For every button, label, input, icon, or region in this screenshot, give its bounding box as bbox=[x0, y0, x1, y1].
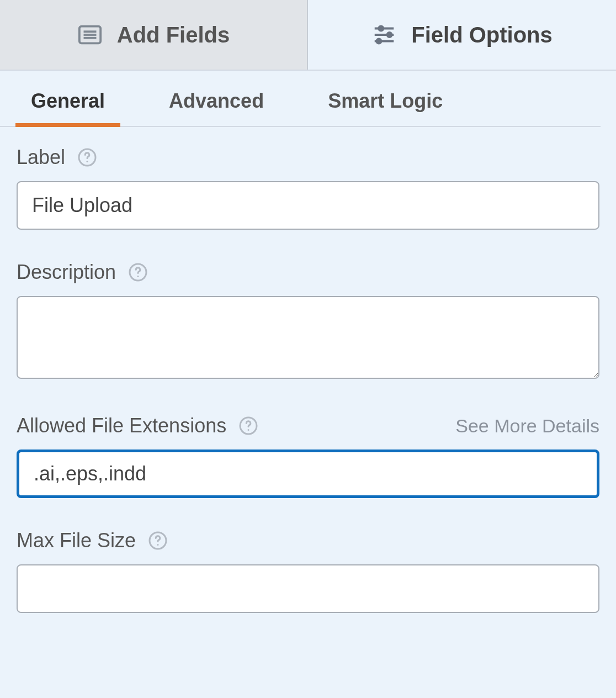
allowed-extensions-input[interactable] bbox=[17, 450, 599, 498]
sub-tabs: General Advanced Smart Logic bbox=[0, 71, 601, 127]
tab-field-options-label: Field Options bbox=[411, 23, 553, 47]
sliders-icon bbox=[371, 22, 397, 47]
tab-add-fields[interactable]: Add Fields bbox=[0, 0, 308, 70]
allowed-ext-title: Allowed File Extensions bbox=[17, 414, 226, 437]
description-textarea[interactable] bbox=[17, 296, 599, 379]
field-allowed-ext-row: Allowed File Extensions See More Details bbox=[17, 414, 599, 498]
help-icon[interactable] bbox=[77, 147, 97, 167]
tab-field-options[interactable]: Field Options bbox=[308, 0, 616, 70]
tab-add-fields-label: Add Fields bbox=[117, 23, 230, 47]
label-input[interactable] bbox=[17, 181, 599, 230]
list-icon bbox=[77, 22, 103, 47]
svg-point-17 bbox=[157, 544, 159, 546]
content-area: Label Description Allowed File Extension… bbox=[0, 127, 616, 613]
subtab-general[interactable]: General bbox=[15, 71, 120, 126]
help-icon[interactable] bbox=[128, 262, 148, 282]
panel-tabs: Add Fields Field Options bbox=[0, 0, 616, 71]
description-title: Description bbox=[17, 261, 116, 284]
svg-point-5 bbox=[379, 27, 384, 31]
svg-point-11 bbox=[87, 161, 88, 162]
subtab-advanced[interactable]: Advanced bbox=[153, 71, 279, 126]
field-max-size-row: Max File Size bbox=[17, 529, 599, 613]
subtab-smart-logic[interactable]: Smart Logic bbox=[312, 71, 458, 126]
max-file-size-input[interactable] bbox=[17, 564, 599, 613]
see-more-details-link[interactable]: See More Details bbox=[455, 415, 599, 437]
field-description-row: Description bbox=[17, 261, 599, 383]
svg-point-15 bbox=[248, 429, 249, 431]
field-label-row: Label bbox=[17, 146, 599, 230]
label-title: Label bbox=[17, 146, 65, 169]
svg-point-9 bbox=[377, 39, 381, 44]
max-file-size-title: Max File Size bbox=[17, 529, 136, 552]
help-icon[interactable] bbox=[148, 531, 168, 551]
svg-point-7 bbox=[387, 33, 392, 37]
help-icon[interactable] bbox=[238, 416, 258, 436]
svg-point-13 bbox=[137, 276, 139, 277]
